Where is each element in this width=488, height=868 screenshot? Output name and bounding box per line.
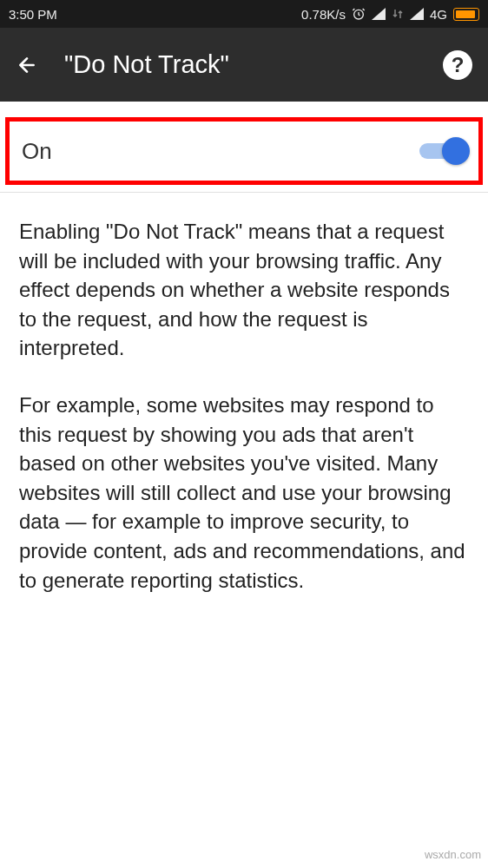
description-paragraph-1: Enabling "Do Not Track" means that a req… (19, 217, 469, 363)
do-not-track-toggle[interactable] (419, 141, 466, 161)
network-type: 4G (430, 7, 447, 22)
help-icon[interactable]: ? (443, 50, 472, 80)
app-bar: "Do Not Track" ? (0, 28, 488, 102)
description-text: Enabling "Do Not Track" means that a req… (0, 193, 488, 595)
data-transfer-icon (392, 8, 404, 20)
description-paragraph-2: For example, some websites may respond t… (19, 391, 469, 595)
status-time: 3:50 PM (9, 7, 57, 22)
toggle-thumb (442, 137, 470, 165)
page-title: "Do Not Track" (64, 50, 443, 79)
signal-icon-2 (410, 8, 424, 20)
signal-icon-1 (372, 8, 386, 20)
network-speed: 0.78K/s (301, 7, 346, 22)
back-arrow-icon[interactable] (16, 54, 38, 76)
status-indicators: 0.78K/s 4G (301, 7, 479, 22)
watermark: wsxdn.com (425, 848, 481, 861)
alarm-icon (352, 7, 366, 21)
toggle-label: On (22, 138, 52, 165)
toggle-row[interactable]: On (5, 117, 483, 185)
battery-icon (453, 8, 479, 21)
status-bar: 3:50 PM 0.78K/s 4G (0, 0, 488, 28)
